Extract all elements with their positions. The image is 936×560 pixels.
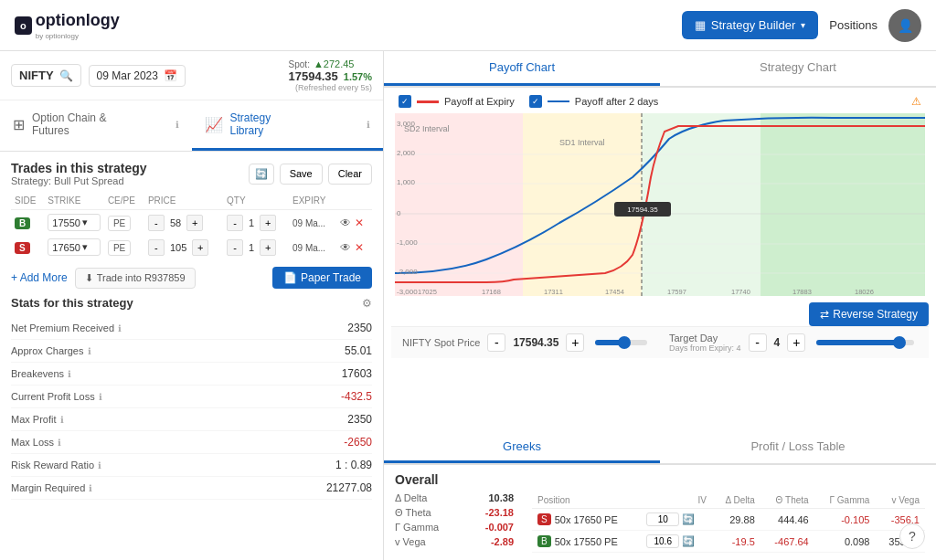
greek-vega-name: v Vega (395, 536, 426, 547)
svg-text:3,000: 3,000 (397, 120, 416, 128)
help-button[interactable]: ? (899, 523, 925, 549)
eye-icon[interactable]: 👁 (340, 241, 351, 254)
paper-trade-label: Paper Trade (301, 271, 361, 284)
position-label-b: 50x 17550 PE (555, 536, 618, 547)
qty-plus-btn[interactable]: + (260, 239, 276, 256)
spot-plus-btn[interactable]: + (566, 333, 584, 352)
svg-text:17311: 17311 (544, 288, 563, 296)
positions-button[interactable]: Positions (829, 18, 878, 32)
greek-vega-value: -2.89 (491, 536, 514, 547)
spot-price-label: NIFTY Spot Price (402, 337, 480, 348)
target-minus-btn[interactable]: - (749, 333, 767, 352)
price-plus-btn[interactable]: + (186, 215, 203, 231)
refresh-icon-b[interactable]: 🔄 (682, 535, 695, 547)
strategy-title-group: Trades in this strategy Strategy: Bull P… (11, 161, 147, 186)
tab-greeks[interactable]: Greeks (384, 432, 660, 463)
qty-control: - 1 + (227, 239, 285, 256)
nifty-selector[interactable]: NIFTY 🔍 (11, 64, 81, 87)
expiry-value: 09 Ma... (292, 218, 325, 228)
document-icon: 📄 (283, 271, 297, 284)
stats-list: Net Premium Received ℹ 2350 Approx Charg… (11, 317, 372, 500)
clear-button[interactable]: Clear (328, 164, 372, 185)
stat-label-charges: Approx Charges ℹ (11, 345, 91, 356)
spot-pct: 1.57% (344, 71, 372, 82)
nav-tabs: ⊞ Option Chain & Futures ℹ 📈 Strategy Li… (0, 100, 383, 152)
price-minus-btn[interactable]: - (148, 239, 165, 256)
stats-title: Stats for this strategy (11, 296, 133, 310)
col-strike: STRIKE (44, 192, 104, 210)
refresh-button[interactable]: 🔄 (249, 164, 274, 185)
spot-slider-thumb[interactable] (618, 336, 631, 349)
avatar[interactable]: 👤 (888, 9, 921, 42)
cepe-badge[interactable]: PE (108, 240, 131, 256)
reverse-strategy-label: Reverse Strategy (833, 308, 918, 321)
add-more-button[interactable]: + Add More (11, 271, 68, 284)
logo-letter: o (20, 20, 27, 31)
table-row: S 17650 ▾ PE - 105 + (11, 235, 372, 259)
price-value: 105 (166, 242, 190, 253)
logo: o optionlogy by optionlogy (15, 11, 120, 40)
save-button[interactable]: Save (280, 164, 323, 185)
date-selector[interactable]: 09 Mar 2023 📅 (89, 65, 186, 87)
tab-option-chain[interactable]: ⊞ Option Chain & Futures ℹ (0, 100, 192, 151)
delete-icon[interactable]: ✕ (355, 217, 364, 229)
stat-margin: Margin Required ℹ 21277.08 (11, 477, 372, 500)
iv-cell-s: 🔄 (646, 512, 707, 526)
greek-gamma-name: Γ Gamma (395, 522, 439, 533)
svg-text:17025: 17025 (418, 288, 437, 296)
left-panel: NIFTY 🔍 09 Mar 2023 📅 Spot: ▲272.45 1759… (0, 51, 384, 560)
tab-strategy-library[interactable]: 📈 Strategy Library ℹ (192, 100, 384, 151)
strategy-builder-button[interactable]: ▦ Strategy Builder ▾ (682, 11, 819, 39)
target-plus-btn[interactable]: + (787, 333, 805, 352)
price-minus-btn[interactable]: - (148, 215, 165, 231)
tab-payoff-chart[interactable]: Payoff Chart (384, 51, 660, 86)
cepe-badge[interactable]: PE (108, 216, 131, 231)
trade-into-button[interactable]: ⬇ Trade into R937859 (75, 268, 196, 289)
strategy-name-label: Strategy: Bull Put Spread (11, 175, 147, 186)
tab-strategy-chart[interactable]: Strategy Chart (660, 51, 936, 86)
legend-check-after[interactable]: ✓ (529, 95, 542, 108)
target-day-label: Target Day (669, 333, 741, 343)
greek-delta-name: Δ Delta (395, 492, 427, 503)
iv-input-b[interactable] (646, 534, 679, 548)
qty-value: 1 (245, 242, 258, 253)
side-badge-buy: B (15, 217, 30, 229)
legend-check-expiry[interactable]: ✓ (399, 95, 411, 108)
info-icon: ℹ (89, 483, 92, 493)
svg-text:17883: 17883 (792, 288, 812, 296)
strategy-section-title: Trades in this strategy (11, 161, 147, 175)
trade-into-label: Trade into R937859 (97, 272, 186, 283)
legend-after-label: Payoff after 2 days (575, 96, 659, 107)
settings-icon[interactable]: ⚙ (362, 297, 372, 310)
qty-minus-btn[interactable]: - (227, 215, 243, 231)
col-vega: v Vega (875, 492, 925, 509)
stat-risk-reward: Risk Reward Ratio ℹ 1 : 0.89 (11, 454, 372, 477)
search-icon: 🔍 (59, 69, 73, 82)
eye-icon[interactable]: 👁 (340, 217, 351, 229)
iv-input-s[interactable] (646, 512, 679, 526)
tab-pl-table[interactable]: Profit / Loss Table (660, 432, 936, 463)
iv-cell-b: 🔄 (646, 534, 707, 548)
strategy-builder-icon: ▦ (695, 18, 706, 32)
chart-controls: NIFTY Spot Price - 17594.35 + Target Day… (391, 326, 929, 358)
spot-minus-btn[interactable]: - (487, 333, 505, 352)
qty-minus-btn[interactable]: - (227, 239, 243, 256)
target-slider-thumb[interactable] (893, 336, 906, 349)
delete-icon[interactable]: ✕ (355, 241, 364, 254)
qty-plus-btn[interactable]: + (260, 215, 276, 231)
strategy-builder-label: Strategy Builder (711, 18, 796, 32)
reverse-strategy-button[interactable]: ⇄ Reverse Strategy (809, 302, 929, 326)
info-icon: ℹ (118, 323, 122, 333)
refresh-icon-s[interactable]: 🔄 (682, 513, 695, 525)
spot-slider[interactable] (595, 340, 647, 345)
strike-select[interactable]: 17650 ▾ (48, 238, 101, 256)
chevron-icon: ▾ (82, 217, 88, 228)
tab-info-icon: ℹ (176, 120, 179, 130)
strike-select[interactable]: 17550 ▾ (48, 214, 101, 231)
price-plus-btn[interactable]: + (192, 239, 208, 256)
paper-trade-button[interactable]: 📄 Paper Trade (272, 267, 372, 289)
side-badge-sell: S (15, 242, 30, 254)
qty-value: 1 (245, 217, 258, 228)
gamma-value-s: -0.105 (814, 509, 876, 531)
target-slider[interactable] (816, 340, 914, 345)
